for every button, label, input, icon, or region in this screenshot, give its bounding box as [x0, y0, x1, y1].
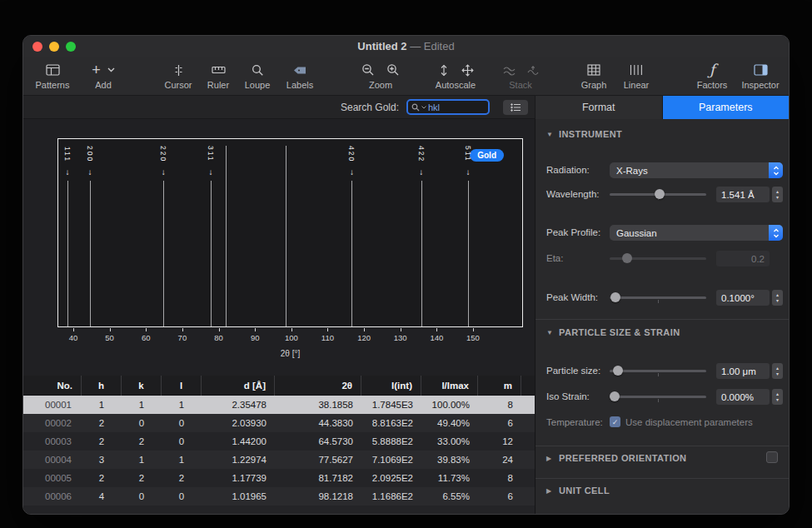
vertical-scale-icon[interactable] [438, 64, 450, 77]
toolbar-ruler[interactable]: Ruler [198, 61, 238, 92]
slider-thumb[interactable] [610, 391, 620, 401]
disclosure-open-icon[interactable]: ▼ [546, 329, 554, 336]
peak-label-422[interactable]: 422 [416, 142, 426, 167]
search-input[interactable]: hkl [406, 99, 490, 115]
x-tick-label: 110 [315, 333, 340, 342]
table-cell: 0 [122, 487, 162, 506]
wavelength-stepper[interactable]: ▴▾ [772, 187, 783, 202]
column-header[interactable]: I(int) [361, 376, 421, 396]
column-header[interactable]: k [122, 376, 162, 396]
table-cell: 2.35478 [202, 396, 275, 414]
table-row[interactable]: 000011112.3547838.18581.7845E3100.00%8 [23, 396, 535, 414]
table-row[interactable]: 000043111.2297477.56277.1069E239.83%24 [23, 451, 535, 469]
zoom-in-icon[interactable] [386, 63, 400, 77]
peak-line-422 [421, 181, 422, 326]
toolbar-cursor[interactable]: Cursor [157, 61, 200, 92]
toolbar-zoom[interactable]: Zoom [343, 61, 418, 92]
radiation-popup[interactable]: X-Rays [610, 162, 783, 178]
popup-chevrons-icon [769, 162, 783, 178]
table-cell: 1.44200 [202, 432, 275, 451]
list-icon [511, 103, 521, 112]
peak-line-111 [67, 181, 68, 326]
series-badge[interactable]: Gold [470, 149, 504, 162]
x-tick [436, 328, 437, 331]
wavelength-value-field[interactable]: 1.541 Å [716, 187, 770, 202]
wavelength-slider[interactable] [610, 188, 706, 200]
peak-label-511[interactable]: 511 [463, 142, 473, 167]
disclosure-open-icon[interactable]: ▼ [546, 131, 554, 138]
peak-label-111[interactable]: 111 [62, 142, 72, 167]
table-cell: 1.1686E2 [361, 487, 421, 506]
section-preferred-orientation[interactable]: ▶ PREFERRED ORIENTATION [546, 451, 778, 465]
toolbar-labels[interactable]: Labels [278, 61, 321, 92]
pattern-list-button[interactable] [503, 100, 528, 115]
ruler-icon [198, 61, 238, 79]
eta-slider [610, 252, 706, 264]
column-header[interactable]: No. [23, 376, 82, 396]
table-row[interactable]: 000032201.4420064.57305.8888E233.00%12 [23, 432, 535, 451]
section-particle-size[interactable]: ▼ PARTICLE SIZE & STRAIN [546, 326, 778, 339]
x-tick-label: 80 [207, 333, 232, 342]
peak-label-200[interactable]: 200 [85, 142, 95, 167]
disclosure-closed-icon[interactable]: ▶ [546, 487, 554, 495]
tab-format[interactable]: Format [536, 96, 663, 119]
temperature-row: Temperature: ✓ Use displacement paramete… [536, 415, 789, 431]
slider-thumb[interactable] [610, 292, 620, 302]
table-cell: 1 [82, 396, 122, 414]
peak-profile-popup[interactable]: Gaussian [610, 225, 783, 241]
iso-strain-row: Iso Strain: 0.000% ▴▾ [536, 389, 789, 406]
section-unit-cell[interactable]: ▶ UNIT CELL [546, 484, 778, 497]
displacement-checkbox[interactable]: ✓ [610, 416, 620, 427]
column-header[interactable]: I/Imax [421, 376, 478, 396]
table-cell: 5.8888E2 [361, 432, 421, 451]
peak-label-220[interactable]: 220 [158, 142, 168, 167]
column-header[interactable]: m [478, 376, 521, 396]
particle-size-stepper[interactable]: ▴▾ [772, 363, 783, 379]
toolbar-stack: Stack [493, 61, 548, 92]
table-cell: 00006 [23, 487, 82, 506]
column-header[interactable]: h [82, 376, 122, 396]
chevron-down-icon [107, 67, 115, 72]
toolbar-factors[interactable]: ƒ Factors [691, 61, 733, 92]
toolbar-label: Stack [493, 80, 548, 90]
toolbar-inspector[interactable]: Inspector [736, 61, 785, 92]
iso-strain-value-field[interactable]: 0.000% [716, 389, 770, 405]
zoom-out-icon[interactable] [361, 63, 375, 77]
column-header[interactable]: l [162, 376, 202, 396]
pattern-area: Gold 111↓200↓220↓311↓420↓422↓511↓ 405060… [23, 119, 535, 514]
section-instrument[interactable]: ▼ INSTRUMENT [546, 127, 778, 141]
toolbar-add[interactable]: + Add [82, 61, 125, 92]
slider-thumb[interactable] [613, 366, 623, 376]
disclosure-closed-icon[interactable]: ▶ [546, 455, 554, 462]
slider-thumb[interactable] [655, 189, 665, 199]
column-header[interactable]: 2θ [275, 376, 361, 396]
toolbar-linear[interactable]: Linear [616, 61, 656, 92]
tab-parameters[interactable]: Parameters [663, 96, 790, 119]
column-header[interactable]: d [Å] [202, 376, 275, 396]
preferred-orientation-checkbox[interactable] [766, 451, 778, 463]
table-row[interactable]: 000064001.0196598.12181.1686E26.55%6 [23, 487, 535, 506]
peak-width-stepper[interactable]: ▴▾ [772, 290, 783, 306]
toolbar-graph[interactable]: Graph [573, 61, 615, 92]
content: Gold 111↓200↓220↓311↓420↓422↓511↓ 405060… [23, 119, 789, 514]
particle-size-slider[interactable] [610, 365, 706, 376]
peak-label-420[interactable]: 420 [346, 142, 356, 167]
table-row[interactable]: 000022002.0393044.38308.8163E249.40%6 [23, 414, 535, 432]
move-all-icon[interactable] [461, 64, 474, 77]
iso-strain-stepper[interactable]: ▴▾ [772, 389, 783, 405]
table-row[interactable]: 000052221.1773981.71822.0925E211.73%8 [23, 469, 535, 487]
cursor-icon [157, 61, 200, 79]
iso-strain-slider[interactable] [610, 391, 706, 402]
peak-width-value-field[interactable]: 0.1000° [716, 290, 770, 306]
peak-width-slider[interactable] [610, 291, 706, 303]
titlebar: Untitled 2 — Edited [23, 36, 789, 57]
toolbar-loupe[interactable]: Loupe [238, 61, 276, 92]
peak-label-311[interactable]: 311 [206, 142, 216, 167]
toolbar-autoscale[interactable]: Autoscale [425, 61, 486, 92]
table-cell: 0 [162, 414, 202, 432]
table-cell-filler [521, 451, 535, 469]
table-cell: 8.8163E2 [361, 414, 421, 432]
diffraction-plot[interactable]: Gold 111↓200↓220↓311↓420↓422↓511↓ [57, 138, 523, 327]
toolbar-patterns[interactable]: Patterns [28, 61, 77, 92]
particle-size-value-field[interactable]: 1.00 μm [716, 363, 770, 379]
